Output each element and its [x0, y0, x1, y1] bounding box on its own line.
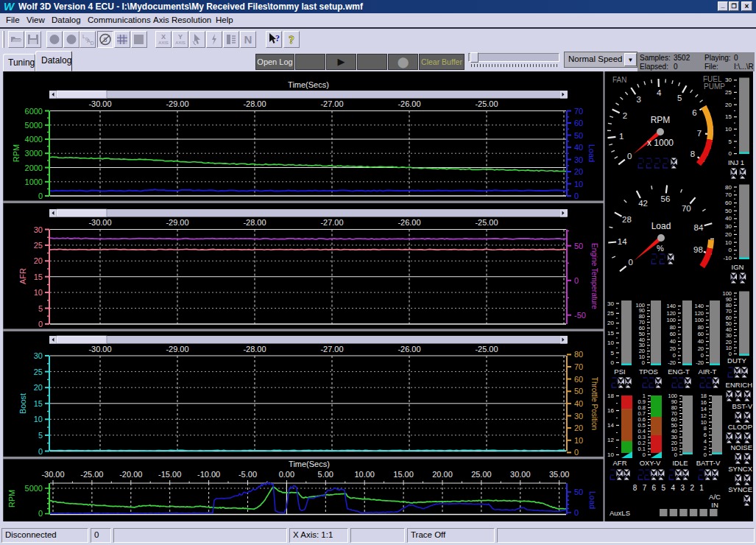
svg-text:140: 140: [666, 303, 676, 309]
svg-text:20: 20: [34, 256, 43, 265]
svg-text:8: 8: [690, 150, 695, 158]
svg-text:15: 15: [607, 330, 614, 337]
svg-text:0: 0: [673, 352, 676, 359]
svg-text:30: 30: [34, 225, 43, 234]
svg-text:-28.00: -28.00: [243, 345, 266, 354]
svg-text:0: 0: [574, 276, 579, 285]
svg-text:AFR: AFR: [613, 459, 627, 467]
svg-text:0: 0: [674, 451, 677, 458]
svg-text:6: 6: [704, 432, 707, 438]
svg-text:80: 80: [725, 184, 732, 191]
svg-text:60: 60: [725, 200, 732, 206]
svg-text:0: 0: [643, 451, 646, 458]
svg-text:20: 20: [725, 231, 732, 238]
svg-text:?: ?: [275, 33, 280, 43]
svg-text:0: 0: [704, 451, 707, 458]
svg-text:30.00: 30.00: [510, 470, 531, 479]
svg-text:50: 50: [574, 242, 583, 250]
svg-text:6: 6: [652, 484, 657, 492]
svg-text:60: 60: [670, 331, 676, 337]
svg-text:5000: 5000: [25, 484, 43, 493]
svg-text:20: 20: [574, 423, 583, 432]
svg-text:Throttle Position: Throttle Position: [590, 377, 598, 430]
svg-text:0: 0: [38, 191, 43, 200]
svg-text:80: 80: [698, 324, 704, 331]
svg-text:20: 20: [670, 345, 676, 352]
svg-text:3: 3: [680, 484, 685, 492]
svg-text:x 1000: x 1000: [647, 138, 674, 148]
svg-text:50: 50: [725, 208, 732, 214]
svg-text:15: 15: [34, 399, 43, 408]
svg-text:70: 70: [682, 204, 691, 213]
svg-text:28: 28: [622, 215, 632, 224]
svg-text:10: 10: [574, 436, 583, 445]
svg-text:1: 1: [619, 132, 623, 141]
svg-text:40: 40: [670, 338, 676, 345]
svg-text:0.00: 0.00: [279, 470, 294, 479]
svg-text:-30.00: -30.00: [41, 470, 64, 479]
svg-text:4: 4: [657, 88, 662, 97]
svg-text:30: 30: [725, 223, 732, 230]
svg-text:10: 10: [607, 340, 614, 346]
svg-text:10: 10: [34, 288, 43, 297]
svg-text:20: 20: [34, 383, 43, 392]
svg-text:-30.00: -30.00: [88, 218, 111, 227]
svg-text:PUMP: PUMP: [704, 82, 725, 91]
svg-text:10: 10: [607, 451, 614, 458]
svg-text:0: 0: [611, 359, 615, 366]
svg-text:40: 40: [574, 399, 583, 408]
svg-text:FAN: FAN: [612, 76, 626, 84]
svg-text:-28.00: -28.00: [243, 99, 266, 108]
svg-text:18: 18: [701, 393, 707, 399]
svg-text:0: 0: [38, 447, 43, 456]
svg-text:Load: Load: [587, 144, 596, 162]
svg-text:14: 14: [701, 406, 707, 412]
svg-text:-27.00: -27.00: [320, 345, 343, 354]
svg-text:16: 16: [701, 399, 707, 406]
svg-text:10.00: 10.00: [354, 470, 375, 479]
svg-text:Engine Temperature: Engine Temperature: [590, 243, 598, 309]
svg-text:18: 18: [607, 393, 614, 399]
svg-text:-25.00: -25.00: [80, 470, 103, 479]
svg-text:4000: 4000: [25, 135, 43, 144]
svg-text:10: 10: [701, 419, 707, 426]
svg-text:50: 50: [574, 387, 583, 395]
svg-text:56: 56: [661, 194, 671, 203]
svg-text:15: 15: [34, 272, 43, 281]
svg-text:Boost: Boost: [18, 393, 27, 414]
svg-text:25: 25: [34, 241, 43, 250]
svg-text:5.00: 5.00: [318, 470, 333, 479]
svg-text:X: X: [161, 33, 166, 41]
svg-text:10: 10: [725, 239, 732, 246]
svg-text:5: 5: [611, 350, 615, 356]
svg-text:ENG-T: ENG-T: [668, 368, 690, 376]
svg-text:-10.00: -10.00: [197, 470, 220, 479]
svg-text:SYNCE: SYNCE: [728, 485, 752, 493]
svg-text:-20: -20: [668, 359, 676, 366]
svg-text:12: 12: [701, 412, 707, 419]
svg-text:8: 8: [633, 484, 637, 492]
svg-text:0: 0: [642, 359, 645, 366]
svg-text:-26.00: -26.00: [398, 345, 420, 354]
svg-text:-29.00: -29.00: [166, 345, 188, 354]
svg-text:60: 60: [698, 331, 704, 337]
svg-text:AuxLS: AuxLS: [610, 509, 630, 517]
svg-text:?: ?: [289, 34, 294, 46]
svg-text:40: 40: [698, 338, 704, 345]
svg-text:30: 30: [725, 77, 732, 83]
svg-text:30: 30: [34, 351, 43, 360]
svg-text:-30.00: -30.00: [88, 99, 111, 108]
svg-text:IDLE: IDLE: [672, 459, 688, 467]
svg-text:42: 42: [638, 199, 648, 208]
svg-text:-28.00: -28.00: [243, 218, 266, 227]
svg-text:70: 70: [574, 107, 583, 116]
svg-text:1: 1: [699, 484, 704, 492]
svg-text:25: 25: [607, 310, 614, 317]
svg-text:AD: AD: [87, 38, 94, 46]
svg-text:INJ 1: INJ 1: [728, 158, 744, 166]
svg-text:Load: Load: [651, 221, 671, 231]
svg-text:3: 3: [636, 95, 640, 104]
svg-text:DUTY: DUTY: [727, 356, 747, 365]
svg-text:30: 30: [574, 155, 583, 164]
svg-text:3000: 3000: [25, 149, 43, 158]
